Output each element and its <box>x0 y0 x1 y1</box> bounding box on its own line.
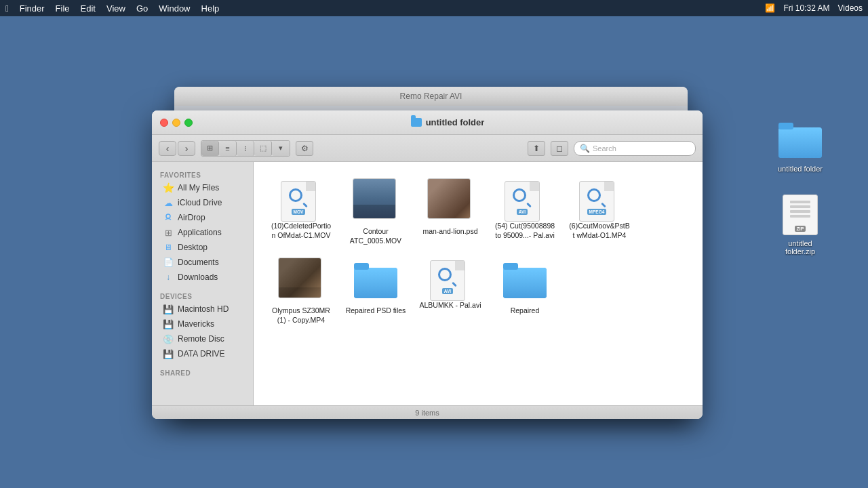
sidebar-item-data-drive[interactable]: 💾 DATA DRIVE <box>155 346 250 361</box>
magnifier-icon-5 <box>587 188 606 207</box>
finder-window: untitled folder ‹ › ⊞ ≡ ⫶ ⬚ ▾ ⚙ ⬆ ◻ 🔍 Se… <box>152 110 703 419</box>
zip-stripe-2 <box>790 205 810 208</box>
sidebar-item-downloads[interactable]: ↓ Downloads <box>155 270 250 285</box>
data-drive-icon: 💾 <box>163 348 174 359</box>
zip-badge: ZIP <box>795 226 806 232</box>
macintosh-hd-icon: 💾 <box>163 304 174 314</box>
menubar-right: 📶 Fri 10:32 AM Videos <box>765 3 863 13</box>
svg-rect-9 <box>503 263 518 270</box>
sidebar-label-remote-disc: Remote Disc <box>178 334 224 344</box>
favorites-label: Favorites <box>152 167 253 180</box>
desktop-icon-folder[interactable]: untitled folder <box>773 119 827 173</box>
sidebar-item-airdrop[interactable]: AirDrop <box>155 210 250 225</box>
file-item-7[interactable]: Repaired PSD files <box>342 255 410 327</box>
bg-window-titlebar: Remo Repair AVI <box>174 87 688 106</box>
file-icon-psd <box>427 178 473 224</box>
finder-body: Favorites ⭐ All My Files ☁ iCloud Drive … <box>152 162 703 405</box>
menu-edit[interactable]: Edit <box>81 3 96 14</box>
menu-finder[interactable]:  <box>5 3 9 14</box>
file-content-area: MOV (10)CdeletedPortion OfMdat-C1.MOV Co… <box>254 162 703 405</box>
file-item-9[interactable]: Repaired <box>491 255 559 327</box>
file-label-7: Repaired PSD files <box>346 306 406 316</box>
svg-point-3 <box>166 214 170 218</box>
icon-view-button[interactable]: ⊞ <box>201 141 219 156</box>
traffic-lights <box>160 119 193 127</box>
all-my-files-icon: ⭐ <box>163 182 174 193</box>
finder-statusbar: 9 items <box>152 405 703 419</box>
file-label-1: (10)CdeletedPortion OfMdat-C1.MOV <box>270 222 332 240</box>
folder-label: untitled folder <box>778 165 823 173</box>
menu-window[interactable]: Window <box>159 3 190 14</box>
forward-button[interactable]: › <box>178 141 195 156</box>
magnifier-icon-4 <box>513 188 532 207</box>
sidebar-item-documents[interactable]: 📄 Documents <box>155 255 250 270</box>
file-item-8[interactable]: AVI ALBUMKK - Pal.avi <box>416 255 484 327</box>
file-item-1[interactable]: MOV (10)CdeletedPortion OfMdat-C1.MOV <box>267 176 335 248</box>
file-item-4[interactable]: AVI (54) Cut(95008898 to 95009...- Pal.a… <box>491 176 559 248</box>
svg-rect-6 <box>354 263 369 270</box>
menu-view[interactable]: View <box>106 3 125 14</box>
sidebar-label-data-drive: DATA DRIVE <box>178 349 225 359</box>
view-mode-buttons: ⊞ ≡ ⫶ ⬚ ▾ <box>201 140 290 157</box>
window-title-area: untitled folder <box>201 117 694 127</box>
finder-sidebar: Favorites ⭐ All My Files ☁ iCloud Drive … <box>152 162 254 405</box>
title-folder-icon <box>411 118 422 127</box>
view-options-button[interactable]: ▾ <box>272 141 290 156</box>
list-view-button[interactable]: ≡ <box>219 141 237 156</box>
sidebar-item-mavericks[interactable]: 💾 Mavericks <box>155 317 250 331</box>
sidebar-label-macintosh-hd: Macintosh HD <box>178 304 229 314</box>
search-box[interactable]: 🔍 Search <box>574 141 696 156</box>
folder-icon-desktop <box>778 123 822 158</box>
zip-stripe-3 <box>790 210 810 213</box>
share-button[interactable]: ⬆ <box>528 141 545 156</box>
file-item-6[interactable]: Olympus SZ30MR (1) - Copy.MP4 <box>267 255 335 327</box>
back-button[interactable]: ‹ <box>159 141 176 156</box>
menu-finder-app[interactable]: Finder <box>20 3 45 14</box>
svg-rect-2 <box>778 123 793 129</box>
sidebar-item-icloud-drive[interactable]: ☁ iCloud Drive <box>155 195 250 210</box>
maximize-button[interactable] <box>184 119 193 127</box>
sidebar-label-desktop: Desktop <box>178 243 208 252</box>
active-app: Videos <box>838 3 863 13</box>
file-label-6: Olympus SZ30MR (1) - Copy.MP4 <box>270 306 332 325</box>
sidebar-label-applications: Applications <box>178 228 222 237</box>
nav-buttons: ‹ › <box>159 141 195 156</box>
action-button[interactable]: ⚙ <box>296 141 313 156</box>
avi-badge-1: AVI <box>517 209 528 215</box>
shared-label: Shared <box>152 365 253 378</box>
sidebar-item-macintosh-hd[interactable]: 💾 Macintosh HD <box>155 302 250 317</box>
sidebar-label-icloud: iCloud Drive <box>178 198 222 207</box>
sidebar-item-all-my-files[interactable]: ⭐ All My Files <box>155 180 250 195</box>
menu-go[interactable]: Go <box>136 3 148 14</box>
menu-file[interactable]: File <box>56 3 70 14</box>
file-item-3[interactable]: man-and-lion.psd <box>416 176 484 248</box>
close-button[interactable] <box>160 119 168 127</box>
menu-help[interactable]: Help <box>201 3 220 14</box>
arrange-button[interactable]: ◻ <box>551 141 568 156</box>
sidebar-item-applications[interactable]: ⊞ Applications <box>155 225 250 240</box>
minimize-button[interactable] <box>172 119 180 127</box>
file-icon-folder-2 <box>502 258 548 304</box>
file-icon-mp4-thumb <box>278 258 324 304</box>
desktop-icon-zip[interactable]: ZIP untitled folder.zip <box>773 193 827 256</box>
finder-toolbar: ‹ › ⊞ ≡ ⫶ ⬚ ▾ ⚙ ⬆ ◻ 🔍 Search <box>152 135 703 162</box>
remote-disc-icon: 💿 <box>163 333 174 344</box>
gallery-view-button[interactable]: ⬚ <box>254 141 272 156</box>
sidebar-item-remote-disc[interactable]: 💿 Remote Disc <box>155 331 250 346</box>
mavericks-icon: 💾 <box>163 319 174 329</box>
column-view-button[interactable]: ⫶ <box>237 141 254 156</box>
file-icon-mov-1: MOV <box>281 178 321 222</box>
search-icon: 🔍 <box>580 144 590 153</box>
sidebar-label-airdrop: AirDrop <box>178 213 205 222</box>
magnifier-icon <box>289 188 308 207</box>
sidebar-label-all-my-files: All My Files <box>178 183 219 192</box>
magnifier-icon-8 <box>438 268 457 287</box>
file-item-2[interactable]: Contour ATC_0005.MOV <box>342 176 410 248</box>
mpeg4-badge: MPEG4 <box>587 209 607 215</box>
zip-stripe-4 <box>790 215 810 218</box>
svg-rect-1 <box>778 127 822 158</box>
file-item-5[interactable]: MPEG4 (6)CcutMoov&PstBt wMdat-O1.MP4 <box>566 176 633 248</box>
applications-icon: ⊞ <box>163 227 174 238</box>
file-label-4: (54) Cut(95008898 to 95009...- Pal.avi <box>494 222 556 240</box>
sidebar-item-desktop[interactable]: 🖥 Desktop <box>155 240 250 255</box>
